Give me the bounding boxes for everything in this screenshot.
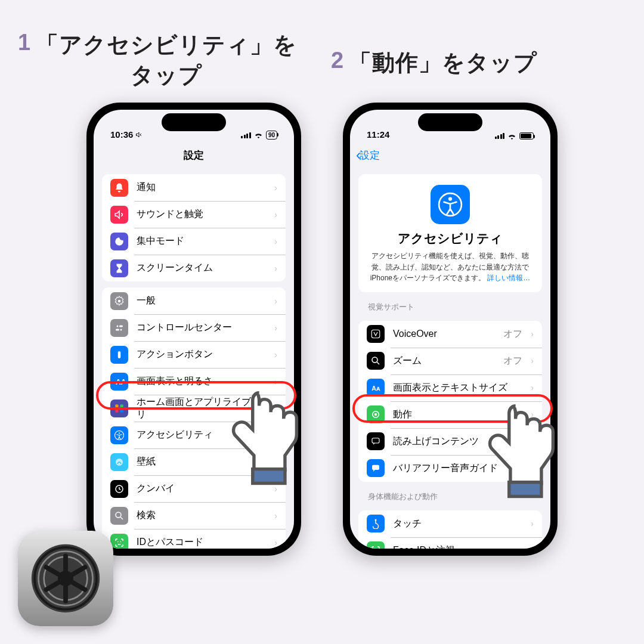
- row-label: 画面表示とテキストサイズ: [393, 382, 522, 394]
- signal-icon: [241, 132, 251, 138]
- settings-row-gear[interactable]: 一般›: [102, 287, 286, 314]
- chevron-right-icon: ›: [274, 457, 277, 467]
- focus-icon: [110, 233, 128, 250]
- wifi-icon: [254, 132, 263, 138]
- section-header-body: 身体機能および動作: [350, 488, 550, 504]
- svg-rect-7: [115, 404, 118, 407]
- settings-row-faceid-att[interactable]: Face IDと注視›: [358, 537, 542, 549]
- settings-row-display[interactable]: AA画面表示と明るさ›: [102, 368, 286, 395]
- row-label: Face IDと注視: [393, 544, 522, 549]
- row-label: バリアフリー音声ガイド: [393, 462, 522, 475]
- step-1-heading: 1 「アクセシビリティ」を タップ: [18, 30, 313, 91]
- chevron-right-icon: ›: [274, 377, 277, 386]
- settings-row-standby[interactable]: クンバイ›: [102, 475, 286, 502]
- settings-group: VoiceOverオフ›ズームオフ›Aᴀ画面表示とテキストサイズ›動作›読み上げ…: [358, 321, 542, 482]
- home-icon: [110, 400, 128, 417]
- settings-row-faceid[interactable]: IDとパスコード›: [102, 529, 286, 549]
- svg-rect-4: [116, 329, 119, 330]
- row-label: ホーム画面とアプリライブラリ: [137, 396, 266, 421]
- row-label: 画面表示と明るさ: [137, 375, 266, 388]
- nav-title: 設定: [184, 148, 204, 162]
- settings-row-focus[interactable]: 集中モード›: [102, 228, 286, 255]
- row-label: 集中モード: [137, 235, 266, 247]
- svg-text:Aᴀ: Aᴀ: [371, 385, 380, 392]
- chevron-right-icon: ›: [531, 436, 534, 446]
- svg-rect-29: [372, 438, 379, 443]
- status-time: 11:24: [367, 129, 389, 140]
- settings-group: 通知›サウンドと触覚›集中モード›スクリーンタイム›: [102, 174, 286, 281]
- chevron-right-icon: ›: [274, 323, 277, 333]
- chevron-right-icon: ›: [274, 210, 277, 219]
- chevron-right-icon: ›: [274, 431, 277, 440]
- accessibility-hero-icon: [431, 185, 470, 224]
- settings-row-voiceover[interactable]: VoiceOverオフ›: [358, 321, 542, 348]
- settings-row-zoom[interactable]: ズームオフ›: [358, 348, 542, 374]
- svg-point-31: [375, 519, 377, 521]
- row-label: 読み上げコンテンツ: [393, 435, 522, 448]
- signal-icon: [495, 133, 505, 139]
- phone-1: 10:36 90 設定 通知›サウンドと触覚›集中モード›スクリーンタイム›一般…: [86, 103, 301, 556]
- chevron-right-icon: ›: [274, 183, 277, 193]
- row-label: 検索: [137, 509, 266, 522]
- faceid-att-icon: [367, 541, 385, 549]
- svg-point-28: [374, 413, 377, 416]
- row-label: タッチ: [393, 518, 522, 530]
- settings-app-icon: [18, 531, 113, 626]
- row-label: アクセシビリティ: [137, 429, 266, 441]
- row-label: サウンドと触覚: [137, 208, 266, 221]
- hero-card: アクセシビリティ アクセシビリティ機能を使えば、視覚、動作、聴覚、読み上げ、認知…: [358, 174, 542, 292]
- chevron-right-icon: ›: [274, 511, 277, 521]
- step-2-number: 2: [331, 48, 344, 73]
- row-label: アクションボタン: [137, 348, 266, 361]
- back-label: 設定: [360, 148, 380, 162]
- chevron-right-icon: ›: [274, 538, 277, 547]
- section-header-vision: 視覚サポート: [350, 298, 550, 315]
- chevron-right-icon: ›: [531, 383, 534, 392]
- learn-more-link[interactable]: 詳しい情報…: [487, 274, 530, 282]
- settings-row-touch[interactable]: タッチ›: [358, 510, 542, 537]
- chevron-right-icon: ›: [274, 296, 277, 306]
- svg-rect-5: [118, 351, 121, 358]
- row-label: 動作: [393, 408, 522, 421]
- settings-row-audio-desc[interactable]: バリアフリー音声ガイド›: [358, 455, 542, 482]
- svg-rect-24: [371, 330, 380, 339]
- row-label: スクリーンタイム: [137, 262, 266, 274]
- settings-row-notification[interactable]: 通知›: [102, 174, 286, 201]
- phone-2: 11:24 ‹ 設定 アクセシビリティ: [343, 103, 558, 556]
- settings-row-wallpaper[interactable]: 壁紙›: [102, 448, 286, 475]
- svg-rect-2: [119, 325, 123, 327]
- svg-text:AA: AA: [116, 377, 125, 386]
- row-label: IDとパスコード: [137, 536, 266, 549]
- action-icon: [110, 346, 128, 364]
- settings-row-hourglass[interactable]: スクリーンタイム›: [102, 255, 286, 281]
- dynamic-island: [418, 113, 482, 131]
- settings-row-search[interactable]: 検索›: [102, 502, 286, 529]
- settings-row-sound[interactable]: サウンドと触覚›: [102, 201, 286, 228]
- chevron-right-icon: ›: [531, 546, 534, 549]
- back-button[interactable]: ‹ 設定: [356, 148, 380, 162]
- settings-row-textsize[interactable]: Aᴀ画面表示とテキストサイズ›: [358, 374, 542, 401]
- battery-icon: 90: [266, 131, 277, 140]
- step-1-number: 1: [18, 30, 31, 55]
- accessibility-icon: [110, 426, 128, 444]
- search-icon: [110, 507, 128, 525]
- svg-point-23: [448, 197, 452, 200]
- settings-row-control[interactable]: コントロールセンター›: [102, 314, 286, 341]
- nav-bar: 設定: [94, 142, 294, 168]
- chevron-right-icon: ›: [274, 237, 277, 246]
- settings-row-speech[interactable]: 読み上げコンテンツ›: [358, 428, 542, 455]
- svg-point-25: [372, 357, 377, 363]
- settings-row-accessibility[interactable]: アクセシビリティ›: [102, 422, 286, 448]
- chevron-right-icon: ›: [274, 484, 277, 494]
- row-label: 一般: [137, 295, 266, 307]
- settings-row-motion[interactable]: 動作›: [358, 401, 542, 428]
- chevron-right-icon: ›: [274, 264, 277, 273]
- row-label: VoiceOver: [393, 329, 495, 339]
- settings-row-home[interactable]: ホーム画面とアプリライブラリ›: [102, 395, 286, 422]
- hero-description: アクセシビリティ機能を使えば、視覚、動作、聴覚、読み上げ、認知など、あなたに最適…: [368, 250, 532, 284]
- settings-row-action[interactable]: アクションボタン›: [102, 341, 286, 368]
- row-label: 通知: [137, 181, 266, 194]
- notification-icon: [110, 179, 128, 197]
- display-icon: AA: [110, 373, 128, 391]
- motion-icon: [367, 405, 385, 423]
